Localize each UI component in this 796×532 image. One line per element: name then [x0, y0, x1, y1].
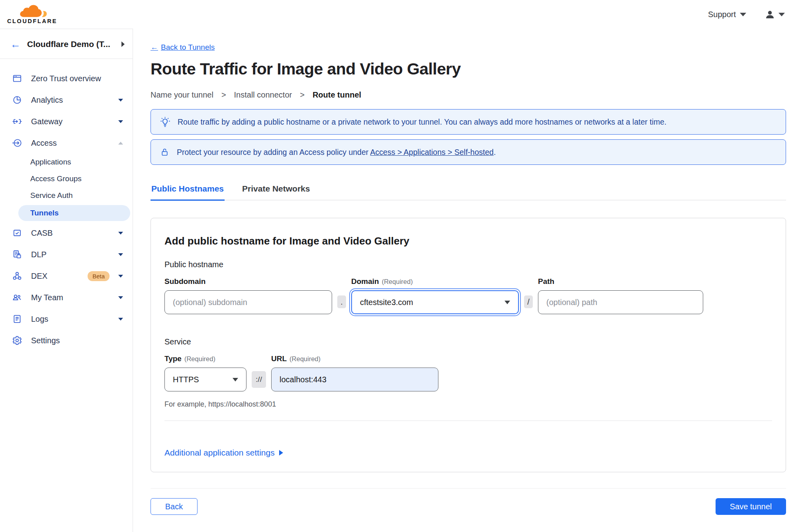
- chevron-down-icon: [118, 275, 123, 278]
- access-banner-prefix: Protect your resource by adding an Acces…: [177, 148, 368, 156]
- chevron-right-icon: [279, 450, 283, 456]
- gear-icon: [12, 335, 22, 346]
- sidebar-item-dex[interactable]: DEX Beta: [0, 265, 133, 287]
- sidebar-item-dlp[interactable]: DLP: [0, 244, 133, 265]
- logs-icon: [12, 314, 22, 324]
- domain-select[interactable]: cftestsite3.com: [351, 290, 519, 314]
- sidebar-item-settings[interactable]: Settings: [0, 330, 133, 351]
- subdomain-label: Subdomain: [164, 277, 332, 286]
- save-tunnel-button[interactable]: Save tunnel: [716, 498, 786, 515]
- chevron-down-icon: [778, 13, 785, 16]
- casb-icon: [12, 228, 22, 238]
- domain-label-text: Domain: [351, 277, 379, 286]
- footer-divider: [151, 488, 786, 489]
- public-hostname-label: Public hostname: [164, 260, 772, 269]
- sidebar-item-my-team[interactable]: My Team: [0, 287, 133, 308]
- service-label: Service: [164, 337, 772, 346]
- access-icon: [12, 138, 22, 148]
- service-type-select[interactable]: HTTPS: [164, 368, 246, 391]
- sidebar: ← Cloudflare Demo (T... Zero Trust overv…: [0, 29, 133, 532]
- step-separator: >: [221, 90, 226, 100]
- footer-actions: Back Save tunnel: [151, 498, 786, 515]
- hostname-card: Add public hostname for Image and Video …: [151, 218, 786, 472]
- sidebar-nav: Zero Trust overview Analytics Gateway: [0, 59, 133, 351]
- domain-field-group: Domain(Required) cftestsite3.com: [351, 277, 519, 314]
- user-menu[interactable]: [765, 9, 785, 20]
- url-example-hint: For example, https://localhost:8001: [164, 400, 772, 409]
- cloudflare-wordmark: CLOUDFLARE: [7, 18, 57, 24]
- info-banner-text: Route traffic by adding a public hostnam…: [178, 117, 667, 127]
- main-content: ← Back to Tunnels Route Traffic for Imag…: [133, 29, 796, 532]
- chevron-down-icon: [118, 232, 123, 235]
- domain-select-value: cftestsite3.com: [360, 298, 413, 307]
- sidebar-item-label: Access: [31, 139, 110, 148]
- step-install-connector: Install connector: [234, 90, 292, 100]
- subdomain-input[interactable]: [164, 290, 332, 314]
- access-banner-suffix: .: [494, 148, 496, 156]
- dex-icon: [12, 271, 22, 281]
- step-name-tunnel: Name your tunnel: [151, 90, 213, 100]
- back-to-tunnels-link[interactable]: ← Back to Tunnels: [151, 43, 215, 52]
- required-note: (Required): [184, 355, 215, 362]
- sidebar-item-applications[interactable]: Applications: [0, 154, 133, 170]
- chevron-down-icon: [118, 318, 123, 321]
- sidebar-item-service-auth[interactable]: Service Auth: [0, 187, 133, 204]
- access-applications-link[interactable]: Access > Applications > Self-hosted: [370, 148, 494, 156]
- sidebar-item-label: DLP: [31, 250, 110, 259]
- beta-badge: Beta: [88, 271, 110, 281]
- access-policy-banner: Protect your resource by adding an Acces…: [151, 139, 786, 165]
- slash-separator: /: [524, 295, 533, 308]
- service-type-value: HTTPS: [173, 375, 199, 384]
- additional-settings-label: Additional application settings: [164, 448, 275, 458]
- back-link-label: Back to Tunnels: [161, 43, 215, 52]
- chevron-down-icon: [118, 253, 123, 256]
- sidebar-item-label: DEX: [31, 272, 81, 281]
- url-label-text: URL: [271, 354, 287, 363]
- path-label: Path: [538, 277, 703, 286]
- sidebar-back-arrow-icon[interactable]: ←: [10, 40, 21, 48]
- card-heading: Add public hostname for Image and Video …: [164, 235, 772, 247]
- dlp-icon: [12, 249, 22, 260]
- chevron-down-icon: [118, 99, 123, 102]
- user-icon: [765, 9, 775, 20]
- tab-private-networks[interactable]: Private Networks: [241, 184, 311, 200]
- path-input[interactable]: [538, 290, 703, 314]
- sidebar-item-logs[interactable]: Logs: [0, 308, 133, 330]
- hostname-field-row: Subdomain . Domain(Required) cftestsite3…: [164, 277, 772, 314]
- account-name: Cloudflare Demo (T...: [27, 39, 115, 49]
- sidebar-item-casb[interactable]: CASB: [0, 222, 133, 244]
- lightbulb-icon: [160, 117, 170, 127]
- tab-public-hostnames[interactable]: Public Hostnames: [151, 184, 225, 201]
- gateway-icon: [12, 116, 22, 127]
- page-title: Route Traffic for Image and Video Galler…: [151, 60, 786, 78]
- sidebar-item-analytics[interactable]: Analytics: [0, 89, 133, 111]
- required-note: (Required): [289, 355, 321, 362]
- service-field-row: Type(Required) HTTPS :// URL(Required): [164, 354, 772, 391]
- sidebar-item-access-groups[interactable]: Access Groups: [0, 170, 133, 187]
- overview-icon: [12, 73, 22, 84]
- step-route-tunnel: Route tunnel: [313, 90, 361, 100]
- url-input[interactable]: [271, 368, 438, 391]
- required-note: (Required): [382, 278, 413, 285]
- chevron-up-icon: [118, 142, 123, 145]
- chevron-down-icon: [740, 13, 746, 16]
- step-separator: >: [300, 90, 305, 100]
- sidebar-item-zero-trust-overview[interactable]: Zero Trust overview: [0, 68, 133, 89]
- analytics-icon: [12, 95, 22, 105]
- sidebar-item-label: Logs: [31, 315, 110, 324]
- additional-settings-toggle[interactable]: Additional application settings: [164, 448, 283, 458]
- sidebar-item-tunnels[interactable]: Tunnels: [18, 205, 130, 221]
- type-label-text: Type: [164, 354, 182, 363]
- sidebar-collapse-icon[interactable]: [121, 41, 125, 47]
- back-button[interactable]: Back: [151, 498, 198, 515]
- back-arrow-icon: ←: [151, 43, 158, 52]
- sidebar-item-gateway[interactable]: Gateway: [0, 111, 133, 132]
- support-menu[interactable]: Support: [708, 10, 746, 19]
- url-field-group: URL(Required): [271, 354, 438, 391]
- sidebar-item-label: Zero Trust overview: [31, 74, 123, 83]
- sidebar-item-access[interactable]: Access: [0, 132, 133, 154]
- dot-separator: .: [337, 295, 346, 308]
- cloudflare-cloud-icon: [17, 4, 48, 18]
- cloudflare-logo[interactable]: CLOUDFLARE: [7, 4, 57, 24]
- chevron-down-icon: [505, 301, 510, 304]
